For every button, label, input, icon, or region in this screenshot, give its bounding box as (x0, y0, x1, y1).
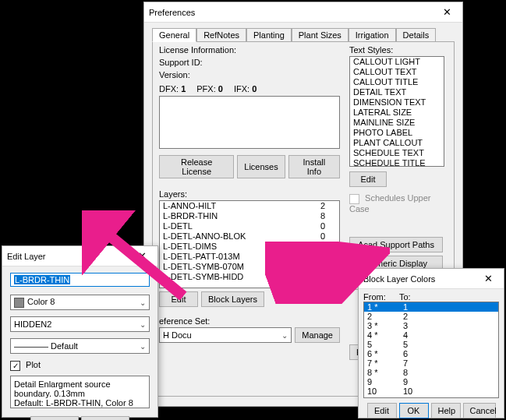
list-item: L-DETL-SYMB-HIDD1 (160, 272, 339, 282)
list-item: L-DETL-SYMB-070M7 (160, 262, 339, 272)
block-layers-button[interactable]: Block Layers (201, 291, 264, 307)
edit-button[interactable]: Edit (367, 403, 397, 418)
color-map-listbox[interactable]: 1 *1223 *34 *4556 *67 *78 *899101011 *11… (363, 302, 499, 398)
table-row[interactable]: 6 *6 (364, 349, 498, 358)
table-row[interactable]: 11 *11 (364, 396, 498, 398)
textstyles-listbox[interactable]: CALLOUT LIGHT CALLOUT TEXT CALLOUT TITLE… (349, 56, 444, 167)
ifx-label: IFX: 0 (234, 84, 257, 94)
color-dropdown[interactable]: Color 8 (10, 295, 150, 310)
list-item: LATERAL SIZE (350, 108, 444, 118)
license-text[interactable] (159, 96, 340, 149)
titlebar: Preferences ✕ (144, 2, 462, 23)
plot-row[interactable]: ✓ Plot (10, 360, 150, 371)
tab-strip: General RefNotes Planting Plant Sizes Ir… (152, 27, 455, 41)
support-id-label: Support ID: (159, 58, 340, 67)
cancel-button[interactable]: Cancel (81, 416, 129, 420)
pfx-label: PFX: 0 (196, 84, 223, 94)
titlebar: Edit Layer ✕ (2, 246, 157, 266)
list-item: CALLOUT TEXT (350, 67, 444, 77)
to-label: To: (399, 292, 411, 302)
from-label: From: (363, 292, 399, 302)
list-item: PHOTO LABEL (350, 128, 444, 138)
release-license-button[interactable]: Release License (159, 155, 234, 178)
close-icon[interactable]: ✕ (477, 271, 499, 287)
layers-label: Layers: (159, 189, 340, 199)
list-item: DETAIL TEXT (350, 87, 444, 97)
cancel-button[interactable]: Cancel (463, 403, 496, 418)
license-label: License Information: (159, 45, 340, 55)
list-item: L-DETL-DIMS4 (160, 242, 339, 252)
checkbox-icon[interactable] (349, 194, 359, 204)
acad-paths-button[interactable]: Acad Support Paths (349, 237, 443, 252)
version-label: Version: (159, 70, 340, 79)
textstyles-edit-button[interactable]: Edit (349, 171, 387, 187)
table-row[interactable]: 4 *4 (364, 330, 498, 340)
table-row[interactable]: 1 *1 (364, 302, 498, 312)
sched-upper-row[interactable]: Schedules Upper Case (349, 193, 444, 214)
tab-irrigation[interactable]: Irrigation (349, 28, 396, 42)
tab-details[interactable]: Details (396, 28, 437, 42)
list-item: L-BRDR-THIN8 (160, 211, 339, 221)
table-row[interactable]: 7 *7 (364, 358, 498, 368)
list-item: L-DETL0 (160, 221, 339, 231)
list-item: CALLOUT TITLE (350, 77, 444, 87)
dialog-title: Block Layer Colors (363, 274, 477, 284)
sched-upper-label: Schedules Upper Case (349, 193, 430, 214)
manage-button[interactable]: Manage (295, 327, 340, 343)
ok-button[interactable]: OK (30, 416, 79, 420)
licenses-button[interactable]: Licenses (237, 155, 285, 178)
table-row[interactable]: 3 *3 (364, 321, 498, 330)
table-row[interactable]: 55 (364, 340, 498, 349)
close-icon[interactable]: ✕ (131, 249, 153, 264)
tab-plantsizes[interactable]: Plant Sizes (292, 28, 349, 42)
block-layer-colors-dialog: Block Layer Colors ✕ From: To: 1 *1223 *… (358, 268, 504, 418)
linetype-dropdown[interactable]: HIDDEN2 (10, 316, 150, 332)
help-button[interactable]: Help (431, 403, 461, 418)
prefset-label: eference Set: (159, 316, 340, 326)
list-item: MAINLINE SIZE (350, 118, 444, 128)
list-item: L-ANNO-HILT2 (160, 201, 339, 211)
textstyles-label: Text Styles: (349, 45, 444, 55)
layer-name-input[interactable]: L-BRDR-THIN (10, 273, 150, 287)
list-item: PLANT CALLOUT (350, 138, 444, 148)
fx-row: DFX: 1 PFX: 0 IFX: 0 (159, 84, 340, 94)
layers-edit-button[interactable]: Edit (159, 291, 198, 307)
table-row[interactable]: 1010 (364, 386, 498, 396)
titlebar: Block Layer Colors ✕ (359, 269, 504, 289)
tab-refnotes[interactable]: RefNotes (196, 28, 246, 42)
edit-layer-dialog: Edit Layer ✕ L-BRDR-THIN Color 8 HIDDEN2… (2, 245, 158, 418)
dialog-title: Preferences (149, 8, 436, 17)
list-item: L-DETL-PATT-013M5 (160, 252, 339, 262)
list-item: L-DETL-ANNO-BLOK0 (160, 231, 339, 242)
tab-planting[interactable]: Planting (246, 28, 292, 42)
lineweight-dropdown[interactable]: ———— Default (10, 338, 150, 354)
close-icon[interactable]: ✕ (436, 5, 458, 20)
tab-general[interactable]: General (152, 28, 196, 42)
layer-description[interactable]: Detail Enlargment source boundary. 0.13m… (10, 376, 150, 408)
ok-button[interactable]: OK (399, 403, 429, 418)
prefset-dropdown[interactable]: H Docu (159, 327, 292, 343)
list-item: DIMENSION TEXT (350, 97, 444, 108)
list-item: SCHEDULE TITLE (350, 158, 444, 167)
list-item: SCHEDULE TEXT (350, 148, 444, 158)
install-info-button[interactable]: Install Info (288, 155, 340, 178)
dfx-label: DFX: 1 (159, 84, 186, 94)
dialog-title: Edit Layer (7, 252, 131, 261)
list-item: CALLOUT LIGHT (350, 57, 444, 67)
color-swatch-icon (14, 298, 24, 308)
plot-label: Plot (26, 360, 41, 369)
checkbox-icon[interactable]: ✓ (10, 361, 20, 371)
table-row[interactable]: 99 (364, 377, 498, 386)
table-row[interactable]: 22 (364, 312, 498, 321)
layers-listbox[interactable]: L-ANNO-HILT2 L-BRDR-THIN8 L-DETL0 L-DETL… (159, 200, 340, 288)
table-row[interactable]: 8 *8 (364, 368, 498, 377)
